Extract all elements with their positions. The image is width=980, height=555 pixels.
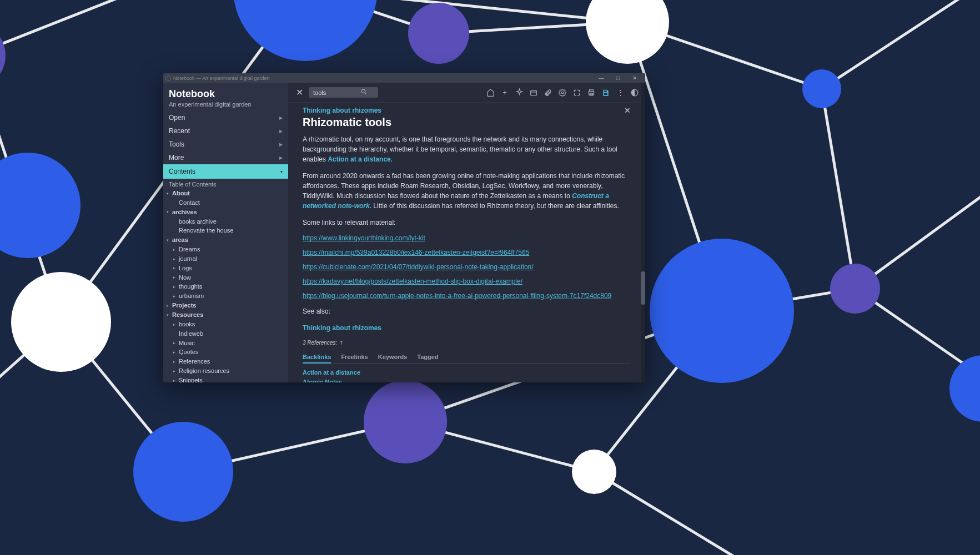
caret-right-icon: ▸ bbox=[173, 340, 179, 345]
toolbar: ✕ + bbox=[288, 83, 645, 103]
paragraph: Some links to relevant material: bbox=[303, 218, 631, 228]
backlink-item[interactable]: Action at a distance bbox=[303, 368, 631, 377]
toc-tree: ▾AboutContact▾archivesbooks archiveRenov… bbox=[163, 189, 288, 382]
svg-rect-36 bbox=[531, 90, 537, 95]
article-title: Rhizomatic tools bbox=[303, 116, 631, 129]
scrollbar[interactable] bbox=[641, 83, 645, 382]
toc-item[interactable]: ▸Logs bbox=[167, 264, 285, 273]
toc-item[interactable]: ▸books bbox=[167, 320, 285, 329]
caret-right-icon: ▸ bbox=[173, 359, 179, 364]
toc-item[interactable]: ▸journal bbox=[167, 254, 285, 264]
search-input[interactable] bbox=[313, 89, 358, 96]
tab-backlinks[interactable]: Backlinks bbox=[303, 351, 331, 364]
menu-more[interactable]: More ▶ bbox=[163, 151, 288, 164]
see-also-label: See also: bbox=[303, 306, 631, 316]
svg-line-35 bbox=[365, 93, 366, 94]
app-icon bbox=[165, 75, 171, 81]
toc-item[interactable]: books archive bbox=[167, 217, 285, 226]
external-link[interactable]: https://blog.usejournal.com/turn-apple-n… bbox=[303, 292, 631, 300]
home-icon[interactable] bbox=[484, 87, 496, 99]
minimize-button[interactable]: — bbox=[593, 75, 610, 81]
collapse-icon[interactable]: ⤒ bbox=[339, 340, 344, 346]
menu-recent[interactable]: Recent ▶ bbox=[163, 124, 288, 138]
caret-down-icon: ▾ bbox=[167, 312, 172, 317]
toc-item-label: Resources bbox=[172, 311, 203, 319]
calendar-icon[interactable] bbox=[527, 87, 540, 99]
toc-item[interactable]: ▸Projects bbox=[167, 301, 285, 310]
wiki-link[interactable]: Action at a distance bbox=[328, 155, 390, 163]
toc-item-label: Logs bbox=[179, 264, 192, 273]
toc-item-label: Religion resources bbox=[179, 367, 229, 375]
menu-tools[interactable]: Tools ▶ bbox=[163, 138, 288, 151]
svg-point-34 bbox=[361, 89, 365, 93]
theme-icon[interactable] bbox=[629, 87, 641, 99]
chevron-right-icon: ▶ bbox=[279, 155, 283, 160]
external-link[interactable]: https://www.linkingyourthinking.com/lyt-… bbox=[303, 234, 631, 242]
toc-item[interactable]: ▸Music bbox=[167, 339, 285, 348]
toc-item-label: References bbox=[179, 357, 210, 366]
reference-count: 3 References: ⤒ bbox=[303, 340, 631, 346]
close-story-icon[interactable]: ✕ bbox=[293, 87, 306, 98]
toc-item[interactable]: ▸thoughts bbox=[167, 282, 285, 291]
toc-item[interactable]: Indieweb bbox=[167, 329, 285, 339]
toc-item[interactable]: ▸Quotes bbox=[167, 347, 285, 357]
fullscreen-icon[interactable] bbox=[571, 87, 583, 99]
svg-point-30 bbox=[572, 450, 616, 494]
toc-item-label: Indieweb bbox=[179, 330, 203, 338]
scrollbar-thumb[interactable] bbox=[641, 271, 645, 305]
toc-item[interactable]: ▸References bbox=[167, 357, 285, 366]
toc-item[interactable]: ▸Dreams bbox=[167, 245, 285, 254]
external-link[interactable]: https://kadavy.net/blog/posts/zettelkast… bbox=[303, 278, 631, 285]
caret-down-icon: ▾ bbox=[167, 191, 172, 196]
backlink-item[interactable]: Atomic Notes bbox=[303, 377, 631, 383]
breadcrumb[interactable]: Thinking about rhizomes bbox=[303, 107, 381, 114]
close-card-icon[interactable]: ✕ bbox=[624, 106, 631, 115]
toc-item-label: Snippets bbox=[179, 376, 203, 382]
toc-item[interactable]: ▾Resources bbox=[167, 310, 285, 320]
attachment-icon[interactable] bbox=[542, 87, 554, 99]
contents-header[interactable]: Contents ▾ bbox=[163, 164, 288, 179]
tab-tagged[interactable]: Tagged bbox=[417, 351, 438, 363]
svg-point-27 bbox=[11, 272, 111, 372]
chevron-right-icon: ▶ bbox=[279, 129, 283, 134]
print-icon[interactable] bbox=[585, 87, 597, 99]
caret-right-icon: ▸ bbox=[173, 275, 179, 280]
toc-item-label: urbanism bbox=[179, 292, 204, 300]
paint-icon[interactable] bbox=[513, 87, 525, 99]
caret-right-icon: ▸ bbox=[173, 378, 179, 382]
toc-item[interactable]: ▾archives bbox=[167, 208, 285, 217]
caret-right-icon: ▸ bbox=[173, 322, 179, 327]
reference-tabs: Backlinks Freelinks Keywords Tagged bbox=[303, 351, 631, 364]
toc-item[interactable]: ▸Snippets bbox=[167, 376, 285, 382]
toc-item-label: Dreams bbox=[179, 245, 200, 254]
search-icon[interactable] bbox=[361, 89, 367, 96]
maximize-button[interactable]: □ bbox=[610, 75, 626, 81]
paragraph: From around 2020 onwards a fad has been … bbox=[303, 171, 631, 211]
toc-item-label: Projects bbox=[172, 301, 196, 310]
external-link[interactable]: https://mailchi.mp/539a013228b0/iex146-z… bbox=[303, 249, 631, 256]
toc-item[interactable]: ▸urbanism bbox=[167, 291, 285, 301]
tab-freelinks[interactable]: Freelinks bbox=[341, 351, 368, 363]
external-link[interactable]: https://cubiclenate.com/2021/04/07/tiddl… bbox=[303, 263, 631, 271]
settings-icon[interactable] bbox=[556, 87, 569, 99]
new-tiddler-icon[interactable]: + bbox=[499, 87, 511, 99]
toc-item[interactable]: ▸Now bbox=[167, 273, 285, 282]
main-panel: ✕ + bbox=[288, 83, 645, 382]
caret-right-icon: ▸ bbox=[173, 350, 179, 355]
save-icon[interactable] bbox=[600, 87, 612, 99]
titlebar[interactable]: Notebook — An experimental digital garde… bbox=[163, 73, 645, 83]
menu-open[interactable]: Open ▶ bbox=[163, 111, 288, 124]
titlebar-text: Notebook — An experimental digital garde… bbox=[173, 75, 270, 81]
wiki-link[interactable]: Thinking about rhizomes bbox=[303, 324, 381, 332]
search-field[interactable] bbox=[309, 87, 378, 98]
window-close-button[interactable]: ✕ bbox=[626, 75, 643, 81]
toc-item[interactable]: Renovate the house bbox=[167, 226, 285, 235]
app-window: Notebook — An experimental digital garde… bbox=[163, 73, 645, 382]
more-icon[interactable]: ⋮ bbox=[614, 87, 626, 99]
toc-item[interactable]: ▾areas bbox=[167, 235, 285, 245]
toc-item[interactable]: Contact bbox=[167, 198, 285, 208]
toc-item[interactable]: ▾About bbox=[167, 189, 285, 198]
toc-item[interactable]: ▸Religion resources bbox=[167, 366, 285, 376]
tab-keywords[interactable]: Keywords bbox=[378, 351, 408, 363]
toc-item-label: Renovate the house bbox=[179, 226, 233, 235]
